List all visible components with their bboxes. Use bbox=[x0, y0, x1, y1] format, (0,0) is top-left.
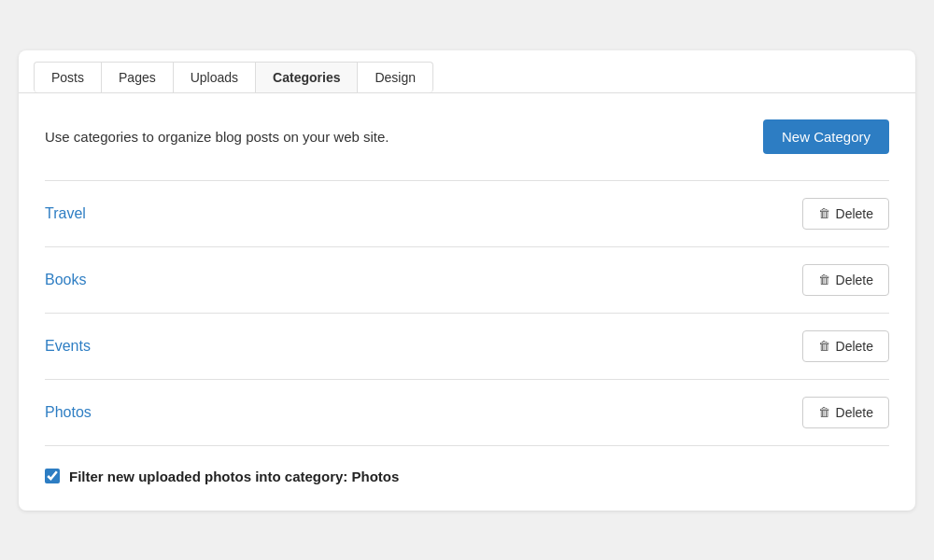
category-item-books: Books 🗑 Delete bbox=[45, 247, 889, 314]
trash-icon-books: 🗑 bbox=[818, 273, 830, 287]
trash-icon-photos: 🗑 bbox=[818, 405, 830, 419]
delete-button-books[interactable]: 🗑 Delete bbox=[802, 264, 889, 296]
tab-categories[interactable]: Categories bbox=[255, 62, 358, 92]
category-item-photos: Photos 🗑 Delete bbox=[45, 380, 889, 446]
delete-label-events: Delete bbox=[836, 339, 873, 354]
category-list: Travel 🗑 Delete Books 🗑 Delete Events 🗑 … bbox=[45, 180, 889, 446]
category-link-books[interactable]: Books bbox=[45, 272, 86, 288]
trash-icon-events: 🗑 bbox=[818, 339, 830, 353]
delete-button-travel[interactable]: 🗑 Delete bbox=[802, 198, 889, 230]
category-item-travel: Travel 🗑 Delete bbox=[45, 181, 889, 247]
main-container: Posts Pages Uploads Categories Design Us… bbox=[19, 50, 915, 511]
category-item-events: Events 🗑 Delete bbox=[45, 314, 889, 380]
delete-label-photos: Delete bbox=[836, 405, 873, 420]
content-area: Use categories to organize blog posts on… bbox=[19, 93, 915, 511]
delete-label-books: Delete bbox=[836, 273, 873, 287]
filter-label: Filter new uploaded photos into category… bbox=[69, 469, 399, 484]
category-link-travel[interactable]: Travel bbox=[45, 205, 86, 222]
filter-checkbox[interactable] bbox=[45, 469, 60, 483]
tab-design[interactable]: Design bbox=[357, 62, 433, 92]
filter-row: Filter new uploaded photos into category… bbox=[45, 469, 889, 484]
trash-icon-travel: 🗑 bbox=[818, 206, 830, 220]
category-link-events[interactable]: Events bbox=[45, 338, 91, 355]
delete-button-events[interactable]: 🗑 Delete bbox=[802, 330, 889, 362]
category-link-photos[interactable]: Photos bbox=[45, 404, 92, 421]
description-text: Use categories to organize blog posts on… bbox=[45, 129, 389, 145]
delete-button-photos[interactable]: 🗑 Delete bbox=[802, 397, 889, 428]
delete-label-travel: Delete bbox=[836, 206, 873, 221]
new-category-button[interactable]: New Category bbox=[763, 119, 889, 154]
description-row: Use categories to organize blog posts on… bbox=[45, 119, 889, 154]
tab-bar: Posts Pages Uploads Categories Design bbox=[19, 50, 915, 93]
tab-uploads[interactable]: Uploads bbox=[173, 62, 256, 92]
tab-posts[interactable]: Posts bbox=[34, 62, 102, 92]
tab-pages[interactable]: Pages bbox=[101, 62, 174, 92]
